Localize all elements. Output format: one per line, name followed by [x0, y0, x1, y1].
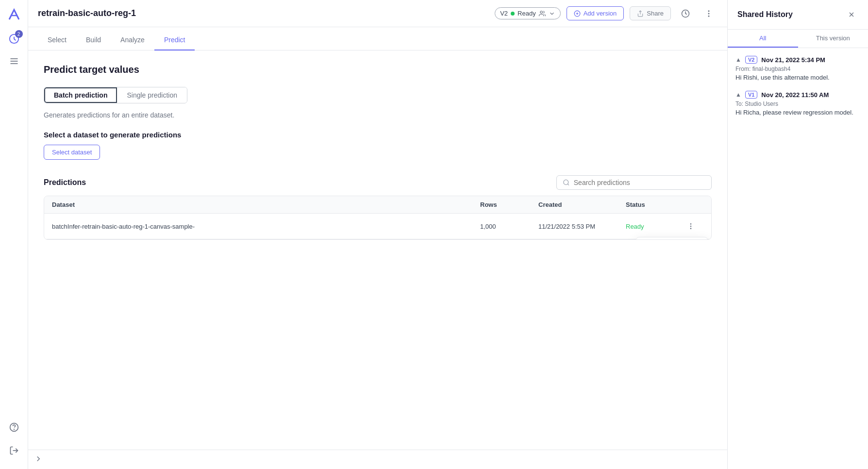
main-area: Predict target values Batch prediction S… — [28, 50, 727, 450]
main-content: retrain-basic-auto-reg-1 V2 Ready — [28, 0, 727, 469]
plus-icon — [574, 10, 581, 17]
tab-analyze[interactable]: Analyze — [111, 30, 154, 50]
svg-point-15 — [708, 16, 709, 17]
cell-actions: Preview Download Delete — [684, 219, 703, 233]
cell-rows: 1,000 — [480, 223, 538, 230]
panel-content: ▲ V2 Nov 21, 2022 5:34 PM From: final-bu… — [728, 48, 868, 469]
share-button[interactable]: Share — [630, 6, 671, 20]
tab-select[interactable]: Select — [38, 30, 76, 50]
table-row: batchInfer-retrain-basic-auto-reg-1-canv… — [44, 214, 711, 239]
col-created: Created — [538, 201, 626, 208]
users-icon — [539, 10, 546, 17]
svg-point-20 — [690, 228, 691, 229]
svg-point-7 — [540, 11, 543, 13]
more-options-icon[interactable] — [700, 5, 718, 22]
history-item-2-date: Nov 20, 2022 11:50 AM — [761, 91, 829, 99]
collapse-arrow-1[interactable]: ▲ — [735, 56, 741, 63]
status-dot — [511, 12, 515, 16]
select-dataset-button[interactable]: Select dataset — [44, 145, 100, 160]
search-box — [556, 175, 712, 190]
history-item-1-msg: Hi Rishi, use this alternate model. — [735, 74, 860, 81]
history-icon[interactable] — [677, 5, 694, 22]
batch-prediction-tab[interactable]: Batch prediction — [44, 87, 117, 103]
panel-tab-this-version[interactable]: This version — [798, 30, 868, 48]
row-more-button[interactable] — [684, 219, 698, 233]
logout-icon[interactable] — [4, 441, 24, 460]
table-header: Dataset Rows Created Status — [44, 196, 711, 214]
expand-button[interactable] — [34, 454, 43, 465]
panel-tab-all[interactable]: All — [728, 30, 798, 48]
svg-point-18 — [690, 224, 691, 224]
tab-predict[interactable]: Predict — [154, 30, 195, 50]
col-actions — [684, 201, 703, 208]
app-logo[interactable] — [5, 6, 23, 23]
select-dataset-label: Select a dataset to generate predictions — [44, 131, 712, 139]
svg-point-5 — [14, 429, 14, 430]
svg-point-14 — [708, 13, 709, 14]
history-version-badge-2: V1 — [745, 91, 757, 99]
help-icon[interactable] — [4, 418, 24, 437]
panel-header: Shared History — [728, 0, 868, 30]
header: retrain-basic-auto-reg-1 V2 Ready — [28, 0, 727, 27]
col-status: Status — [626, 201, 684, 208]
add-version-button[interactable]: Add version — [567, 6, 624, 20]
sidebar-icon-menu[interactable] — [4, 51, 24, 71]
history-version-badge-1: V2 — [745, 56, 757, 64]
col-dataset: Dataset — [52, 201, 480, 208]
search-icon — [563, 179, 570, 186]
bottom-bar — [28, 450, 727, 469]
cell-status: Ready — [626, 223, 684, 230]
cell-dataset: batchInfer-retrain-basic-auto-reg-1-canv… — [52, 223, 480, 230]
predictions-header: Predictions — [44, 175, 712, 190]
predictions-table: Dataset Rows Created Status batchInfer-r… — [44, 196, 712, 240]
cell-created: 11/21/2022 5:53 PM — [538, 223, 626, 230]
nav-icon-with-badge[interactable]: 2 — [4, 29, 24, 49]
svg-point-16 — [564, 180, 568, 184]
history-item-1-header: ▲ V2 Nov 21, 2022 5:34 PM — [735, 56, 860, 64]
col-rows: Rows — [480, 201, 538, 208]
prediction-type-tabs: Batch prediction Single prediction — [44, 87, 187, 103]
history-item-2-msg: Hi Richa, please review regression model… — [735, 109, 860, 116]
close-panel-button[interactable] — [845, 8, 858, 21]
history-item-2-to: To: Studio Users — [735, 100, 860, 107]
page-title: retrain-basic-auto-reg-1 — [38, 8, 489, 18]
svg-point-13 — [708, 11, 709, 12]
generates-text: Generates predictions for an entire data… — [44, 111, 712, 119]
nav-tabs: Select Build Analyze Predict — [28, 27, 727, 50]
shared-history-panel: Shared History All This version ▲ V2 Nov… — [727, 0, 868, 469]
svg-line-17 — [568, 184, 569, 185]
tab-build[interactable]: Build — [76, 30, 111, 50]
context-menu-preview[interactable]: Preview — [636, 239, 708, 240]
left-sidebar: 2 — [0, 0, 28, 469]
history-item-2-header: ▲ V1 Nov 20, 2022 11:50 AM — [735, 91, 860, 99]
single-prediction-tab[interactable]: Single prediction — [117, 87, 187, 103]
context-menu: Preview Download Delete — [635, 237, 708, 240]
version-badge[interactable]: V2 Ready — [495, 7, 560, 19]
history-item-1: ▲ V2 Nov 21, 2022 5:34 PM From: final-bu… — [735, 56, 860, 81]
predict-page-title: Predict target values — [44, 64, 712, 75]
collapse-arrow-2[interactable]: ▲ — [735, 91, 741, 98]
notification-badge: 2 — [15, 30, 23, 38]
status-label: Ready — [517, 10, 536, 17]
history-item-1-from: From: final-bugbash4 — [735, 66, 860, 72]
history-item-1-date: Nov 21, 2022 5:34 PM — [761, 56, 825, 64]
search-input[interactable] — [574, 179, 705, 186]
panel-tabs: All This version — [728, 30, 868, 48]
panel-title: Shared History — [737, 10, 793, 19]
version-label: V2 — [500, 10, 508, 17]
share-icon — [637, 10, 644, 17]
predictions-title: Predictions — [44, 178, 86, 187]
history-item-2: ▲ V1 Nov 20, 2022 11:50 AM To: Studio Us… — [735, 91, 860, 116]
svg-point-19 — [690, 226, 691, 226]
chevron-down-icon — [549, 10, 555, 17]
